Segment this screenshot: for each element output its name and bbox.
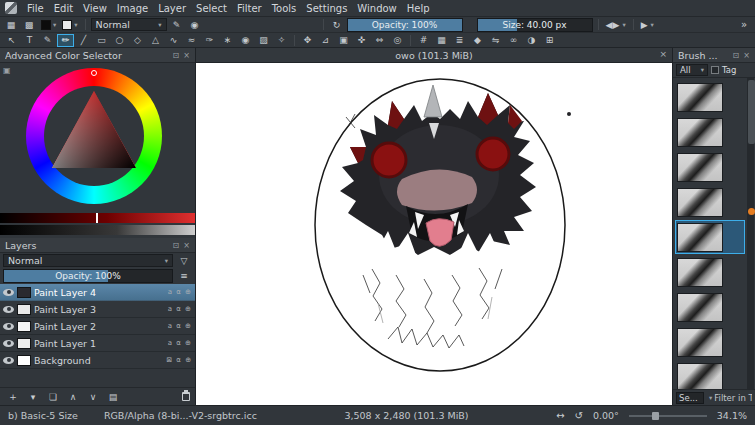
canvas-angle-value[interactable]: 0.00° — [593, 410, 619, 421]
brush-preset-8[interactable] — [675, 325, 745, 359]
transform-tool[interactable]: ⊿ — [317, 34, 334, 47]
color-sampler-tool[interactable]: ✧ — [273, 34, 290, 47]
layer-filter-icon[interactable]: ▽ — [176, 254, 192, 267]
delete-layer-button[interactable] — [182, 392, 190, 401]
blending-mode-select[interactable]: Normal▾ — [91, 18, 167, 31]
menu-item[interactable]: Help — [402, 2, 435, 15]
fit-canvas-icon[interactable]: ↔ — [556, 410, 564, 421]
menu-item[interactable]: File — [22, 2, 49, 15]
layer-properties-button[interactable]: ▤ — [105, 390, 121, 403]
menu-item[interactable]: Layer — [153, 2, 191, 15]
close-docker-icon[interactable]: × — [183, 51, 190, 60]
gradient-chooser-icon[interactable]: ▦ — [3, 18, 19, 31]
layer-visibility-icon[interactable] — [3, 340, 14, 347]
brush-preset-1[interactable] — [675, 80, 745, 114]
duplicate-layer-button[interactable]: ❏ — [45, 390, 61, 403]
canvas-only-icon[interactable]: ⊞ — [541, 34, 558, 47]
mirror-brush-button[interactable]: ◀▶▾ — [604, 18, 628, 31]
current-brush-preset[interactable]: b) Basic-5 Size — [8, 410, 78, 421]
close-docker-icon[interactable]: × — [743, 51, 750, 60]
pan-tool[interactable]: ⇔ — [371, 34, 388, 47]
menu-item[interactable]: Tools — [267, 2, 302, 15]
brush-preset-2[interactable] — [675, 115, 745, 149]
select-shapes-tool[interactable]: ↖ — [3, 34, 20, 47]
pixel-grid-icon[interactable]: ▦ — [433, 34, 450, 47]
menu-item[interactable]: Edit — [49, 2, 78, 15]
menu-item[interactable]: Settings — [301, 2, 352, 15]
edit-brush-settings-button[interactable]: ✎ — [169, 18, 185, 31]
preset-scrollbar-handle[interactable] — [748, 80, 755, 144]
menu-item[interactable]: Filter — [232, 2, 267, 15]
ellipse-tool[interactable]: ○ — [111, 34, 128, 47]
menu-item[interactable]: Select — [191, 2, 232, 15]
toolbar-overflow-button[interactable]: » — [736, 18, 752, 31]
foreground-color-swatch[interactable]: ▾ — [39, 18, 58, 31]
canvas-titlebar[interactable]: owo (101.3 MiB) × — [196, 48, 672, 63]
layer-row[interactable]: Paint Layer 2 a α ⊕ — [0, 318, 195, 335]
bezier-curve-tool[interactable]: ∿ — [165, 34, 182, 47]
multibrush-tool[interactable]: ∗ — [219, 34, 236, 47]
close-docker-icon[interactable]: × — [183, 241, 190, 250]
layer-blending-mode-select[interactable]: Normal▾ — [3, 254, 173, 267]
layer-visibility-icon[interactable] — [3, 289, 14, 296]
brush-preset-3[interactable] — [675, 150, 745, 184]
canvas-close-icon[interactable]: × — [659, 49, 667, 59]
pattern-chooser-icon[interactable]: ▩ — [21, 18, 37, 31]
fill-tool[interactable]: ◉ — [237, 34, 254, 47]
add-layer-button[interactable]: + — [5, 390, 21, 403]
rectangle-tool[interactable]: ▭ — [93, 34, 110, 47]
move-layer-up-button[interactable]: ∧ — [65, 390, 81, 403]
canvas[interactable] — [196, 63, 672, 405]
brush-preset-5[interactable] — [675, 220, 745, 254]
layer-row[interactable]: Background ⊠ α ⊕ — [0, 352, 195, 369]
brush-size-slider[interactable]: Size: 40.00 px — [477, 18, 593, 32]
float-docker-icon[interactable]: ⊡ — [173, 51, 180, 60]
zoom-tool[interactable]: ◎ — [389, 34, 406, 47]
soft-proofing-icon[interactable]: ◑ — [523, 34, 540, 47]
background-color-swatch[interactable]: ▾ — [60, 18, 79, 31]
saturation-value-triangle[interactable] — [44, 86, 144, 186]
polygon-tool[interactable]: ◇ — [129, 34, 146, 47]
move-layer-down-button[interactable]: ∨ — [85, 390, 101, 403]
layer-options-menu-icon[interactable]: ≡ — [176, 270, 192, 283]
layer-row[interactable]: Paint Layer 1 a α ⊕ — [0, 335, 195, 352]
layer-row[interactable]: Paint Layer 4 a α ⊕ — [0, 284, 195, 301]
opacity-slider[interactable]: Opacity: 100% — [347, 18, 463, 32]
layer-row[interactable]: Paint Layer 3 a α ⊕ — [0, 301, 195, 318]
brush-preset-4[interactable] — [675, 185, 745, 219]
gradient-tool[interactable]: ▨ — [255, 34, 272, 47]
menu-item[interactable]: Image — [112, 2, 153, 15]
move-tool[interactable]: ✥ — [299, 34, 316, 47]
menu-item[interactable]: View — [78, 2, 112, 15]
freehand-brush-tool[interactable]: ✏ — [57, 34, 74, 47]
crop-tool[interactable]: ▣ — [335, 34, 352, 47]
color-selector-settings-icon[interactable]: ▣ — [3, 66, 11, 75]
zoom-level[interactable]: 34.1% — [717, 410, 747, 421]
zoom-slider-handle[interactable] — [652, 412, 659, 420]
snap-icon[interactable]: ◆ — [469, 34, 486, 47]
float-docker-icon[interactable]: ⊡ — [173, 241, 180, 250]
wrap-around-icon[interactable]: ∞ — [505, 34, 522, 47]
layer-visibility-icon[interactable] — [3, 323, 14, 330]
line-tool[interactable]: ╱ — [75, 34, 92, 47]
tag-filter-select[interactable]: All▾ — [676, 64, 708, 76]
shade-selector-bar-1[interactable] — [0, 213, 195, 223]
add-layer-dropdown[interactable]: ▾ — [25, 390, 41, 403]
brush-preset-7[interactable] — [675, 290, 745, 324]
playback-button[interactable]: ▶▾ — [639, 18, 656, 31]
polyline-tool[interactable]: △ — [147, 34, 164, 47]
zoom-slider[interactable] — [629, 415, 707, 417]
brush-preset-6[interactable] — [675, 255, 745, 289]
smart-patch-tool[interactable]: ✜ — [353, 34, 370, 47]
text-tool[interactable]: T — [21, 34, 38, 47]
show-grid-icon[interactable]: # — [415, 34, 432, 47]
layer-visibility-icon[interactable] — [3, 306, 14, 313]
brush-preset-9[interactable] — [675, 360, 745, 389]
menu-item[interactable]: Window — [352, 2, 401, 15]
reset-rotation-icon[interactable]: ↺ — [575, 410, 583, 421]
choose-brush-preset-button[interactable]: ◉ — [187, 18, 203, 31]
reload-original-preset-button[interactable]: ↻ — [329, 18, 345, 31]
shade-selector-bar-2[interactable] — [0, 225, 195, 235]
layer-opacity-slider[interactable]: Opacity: 100% — [3, 269, 173, 283]
dynamic-brush-tool[interactable]: ✑ — [201, 34, 218, 47]
